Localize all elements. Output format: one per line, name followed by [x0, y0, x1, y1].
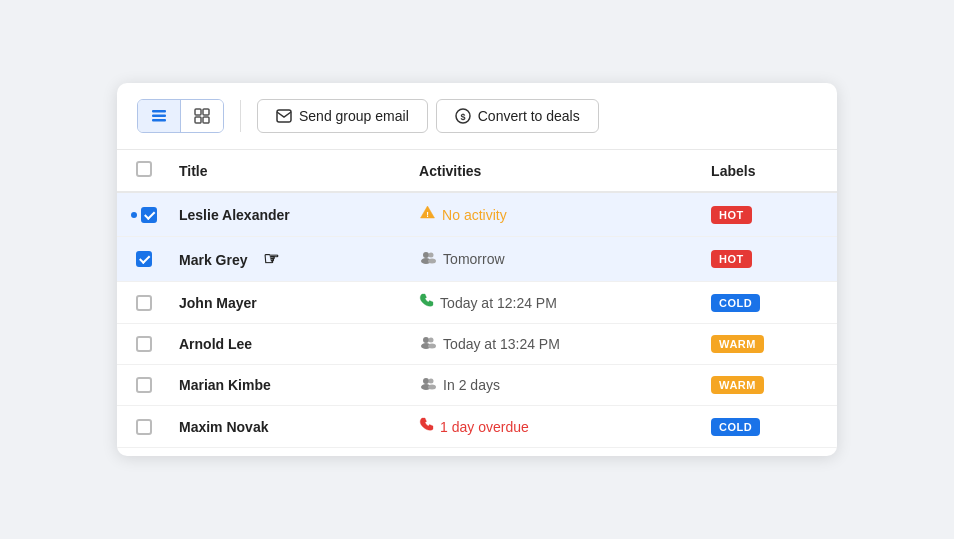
table-row[interactable]: Maxim Novak1 day overdueCOLD — [117, 406, 837, 448]
view-list-button[interactable] — [138, 100, 181, 132]
phone-icon — [419, 293, 434, 308]
convert-to-deals-button[interactable]: $ Convert to deals — [436, 99, 599, 133]
list-view-icon — [150, 107, 168, 125]
activity-icon — [419, 335, 437, 353]
row-checkbox-cell — [117, 237, 165, 282]
svg-point-19 — [423, 378, 429, 384]
header-title: Title — [165, 150, 405, 192]
header-labels: Labels — [697, 150, 837, 192]
svg-rect-6 — [203, 117, 209, 123]
view-grid-button[interactable] — [181, 100, 223, 132]
row-checkbox-cell — [117, 406, 165, 448]
phone-overdue-icon — [419, 417, 434, 432]
table-row[interactable]: Marian KimbeIn 2 daysWARM — [117, 365, 837, 406]
row-title: Arnold Lee — [165, 324, 405, 365]
row-checkbox[interactable] — [136, 251, 152, 267]
convert-icon: $ — [455, 108, 471, 124]
row-activities: Today at 12:24 PM — [405, 282, 697, 324]
hand-cursor-icon: ☞ — [263, 249, 279, 269]
group-icon — [419, 376, 437, 390]
view-toggle — [137, 99, 224, 133]
row-label: COLD — [697, 282, 837, 324]
row-activities: 1 day overdue — [405, 406, 697, 448]
label-badge: COLD — [711, 418, 760, 436]
svg-point-12 — [429, 253, 434, 258]
svg-point-11 — [423, 252, 429, 258]
svg-point-22 — [428, 385, 436, 390]
row-checkbox[interactable] — [141, 207, 157, 223]
label-badge: WARM — [711, 335, 764, 353]
table-row[interactable]: Mark Grey☞TomorrowHOT — [117, 237, 837, 282]
label-badge: WARM — [711, 376, 764, 394]
svg-point-20 — [429, 379, 434, 384]
row-checkbox[interactable] — [136, 336, 152, 352]
send-email-label: Send group email — [299, 108, 409, 124]
row-label: HOT — [697, 192, 837, 237]
activity-text: Today at 13:24 PM — [443, 336, 560, 352]
header-checkbox-cell — [117, 150, 165, 192]
svg-text:$: $ — [460, 112, 465, 122]
row-label: COLD — [697, 406, 837, 448]
activity-text: In 2 days — [443, 377, 500, 393]
svg-rect-4 — [203, 109, 209, 115]
toolbar: Send group email $ Convert to deals — [117, 99, 837, 150]
row-activities: In 2 days — [405, 365, 697, 406]
label-badge: COLD — [711, 294, 760, 312]
row-checkbox[interactable] — [136, 419, 152, 435]
activity-icon — [419, 250, 437, 268]
svg-text:!: ! — [426, 210, 429, 219]
activity-text: 1 day overdue — [440, 419, 529, 435]
convert-deals-label: Convert to deals — [478, 108, 580, 124]
svg-rect-7 — [277, 110, 291, 122]
row-title: Marian Kimbe — [165, 365, 405, 406]
label-badge: HOT — [711, 206, 752, 224]
warning-icon: ! — [419, 204, 436, 221]
row-activities: Tomorrow — [405, 237, 697, 282]
row-checkbox-cell — [117, 324, 165, 365]
row-checkbox-cell — [117, 282, 165, 324]
svg-rect-5 — [195, 117, 201, 123]
send-group-email-button[interactable]: Send group email — [257, 99, 428, 133]
email-icon — [276, 109, 292, 123]
activity-icon: ! — [419, 204, 436, 225]
table-row[interactable]: Arnold LeeToday at 13:24 PMWARM — [117, 324, 837, 365]
activity-text: Tomorrow — [443, 251, 504, 267]
grid-view-icon — [193, 107, 211, 125]
contacts-table: Title Activities Labels Leslie Alexander… — [117, 150, 837, 448]
table-row[interactable]: John MayerToday at 12:24 PMCOLD — [117, 282, 837, 324]
table-header-row: Title Activities Labels — [117, 150, 837, 192]
svg-point-18 — [428, 344, 436, 349]
activity-icon — [419, 417, 434, 436]
row-label: WARM — [697, 324, 837, 365]
toolbar-divider — [240, 100, 241, 132]
row-activities: !No activity — [405, 192, 697, 237]
svg-rect-3 — [195, 109, 201, 115]
label-badge: HOT — [711, 250, 752, 268]
row-title: Leslie Alexander — [165, 192, 405, 237]
activity-text: Today at 12:24 PM — [440, 295, 557, 311]
activity-icon — [419, 376, 437, 394]
row-checkbox-cell — [117, 365, 165, 406]
activity-icon — [419, 293, 434, 312]
header-activities: Activities — [405, 150, 697, 192]
svg-rect-2 — [152, 119, 166, 122]
row-title: Maxim Novak — [165, 406, 405, 448]
table-row[interactable]: Leslie Alexander!No activityHOT — [117, 192, 837, 237]
group-icon — [419, 335, 437, 349]
activity-text: No activity — [442, 207, 507, 223]
svg-rect-0 — [152, 110, 166, 113]
row-activities: Today at 13:24 PM — [405, 324, 697, 365]
row-checkbox-cell — [117, 192, 165, 237]
row-label: WARM — [697, 365, 837, 406]
row-title: John Mayer — [165, 282, 405, 324]
row-label: HOT — [697, 237, 837, 282]
svg-rect-1 — [152, 115, 166, 118]
row-dot — [131, 212, 137, 218]
group-icon — [419, 250, 437, 264]
row-checkbox[interactable] — [136, 295, 152, 311]
row-title: Mark Grey☞ — [165, 237, 405, 282]
svg-point-16 — [429, 338, 434, 343]
svg-point-15 — [423, 337, 429, 343]
select-all-checkbox[interactable] — [136, 161, 152, 177]
row-checkbox[interactable] — [136, 377, 152, 393]
